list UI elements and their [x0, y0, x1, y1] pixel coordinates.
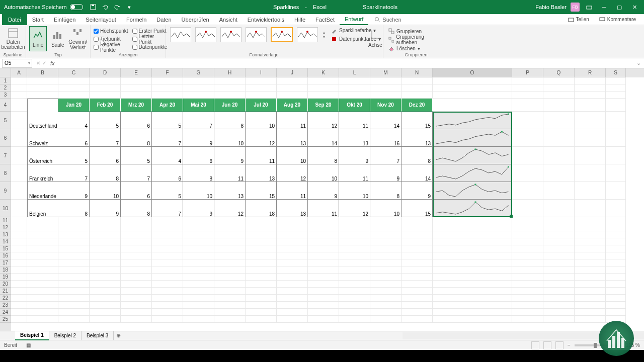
- column-headers[interactable]: ABCDEFGHIJKLMNOPQRS: [11, 68, 644, 77]
- spark-style-3[interactable]: [220, 27, 242, 42]
- tab-help[interactable]: Hilfe: [289, 14, 310, 25]
- data-cell[interactable]: 5: [121, 147, 152, 164]
- expand-formula-icon[interactable]: ⌄: [633, 60, 644, 66]
- chk-high[interactable]: Höchstpunkt: [94, 27, 128, 35]
- data-cell[interactable]: 7: [121, 164, 152, 182]
- data-cell[interactable]: 7: [90, 129, 121, 147]
- comments-button[interactable]: Kommentare: [597, 16, 638, 24]
- col-header-G[interactable]: G: [183, 68, 214, 77]
- data-cell[interactable]: 13: [339, 129, 370, 147]
- tab-factset[interactable]: FactSet: [310, 14, 340, 25]
- data-cell[interactable]: 9: [214, 147, 246, 164]
- row-header-10[interactable]: 10: [0, 200, 11, 217]
- data-cell[interactable]: 4: [152, 147, 183, 164]
- row-header-6[interactable]: 6: [0, 129, 11, 147]
- data-cell[interactable]: 5: [58, 147, 90, 164]
- data-cell[interactable]: 7: [183, 112, 214, 129]
- data-cell[interactable]: 18: [246, 200, 277, 217]
- redo-icon[interactable]: [112, 2, 122, 12]
- data-cell[interactable]: 12: [277, 164, 308, 182]
- row-header-13[interactable]: 13: [0, 231, 11, 238]
- row-header-9[interactable]: 9: [0, 182, 11, 200]
- data-cell[interactable]: 8: [401, 147, 433, 164]
- month-header[interactable]: Apr 20: [152, 99, 183, 112]
- view-normal-icon[interactable]: [531, 341, 539, 349]
- data-cell[interactable]: 11: [214, 164, 246, 182]
- data-cell[interactable]: 11: [308, 200, 339, 217]
- row-header-21[interactable]: 21: [0, 288, 11, 295]
- data-cell[interactable]: 15: [246, 182, 277, 200]
- maximize-icon[interactable]: ▢: [614, 2, 625, 12]
- data-cell[interactable]: 6: [121, 112, 152, 129]
- data-cell[interactable]: 9: [308, 182, 339, 200]
- data-cell[interactable]: 6: [152, 164, 183, 182]
- data-cell[interactable]: 10: [339, 182, 370, 200]
- edit-data-button[interactable]: Daten bearbeiten: [3, 26, 23, 51]
- month-header[interactable]: Feb 20: [90, 99, 121, 112]
- style-gallery-more[interactable]: ▴▾: [323, 30, 325, 39]
- spark-style-2[interactable]: [195, 27, 216, 42]
- undo-icon[interactable]: [100, 2, 110, 12]
- qat-more-icon[interactable]: ▾: [124, 2, 134, 12]
- data-cell[interactable]: 10: [277, 147, 308, 164]
- row-header-7[interactable]: 7: [0, 147, 11, 164]
- data-cell[interactable]: 13: [277, 129, 308, 147]
- data-cell[interactable]: 9: [183, 129, 214, 147]
- spark-style-5[interactable]: [271, 27, 293, 42]
- data-cell[interactable]: 10: [183, 182, 214, 200]
- row-header-16[interactable]: 16: [0, 252, 11, 259]
- data-cell[interactable]: 11: [277, 182, 308, 200]
- row-header-2[interactable]: 2: [0, 84, 11, 92]
- data-cell[interactable]: 6: [58, 129, 90, 147]
- formula-input[interactable]: [58, 59, 633, 68]
- data-cell[interactable]: 5: [152, 112, 183, 129]
- data-cell[interactable]: 4: [58, 112, 90, 129]
- tab-view[interactable]: Ansicht: [214, 14, 243, 25]
- col-header-P[interactable]: P: [512, 68, 543, 77]
- col-header-C[interactable]: C: [58, 68, 90, 77]
- chk-markers[interactable]: Datenpunkte: [132, 43, 168, 51]
- data-cell[interactable]: 8: [121, 129, 152, 147]
- data-cell[interactable]: 9: [183, 200, 214, 217]
- row-header-3[interactable]: 3: [0, 92, 11, 99]
- col-header-A[interactable]: A: [11, 68, 27, 77]
- add-sheet-button[interactable]: ⊕: [114, 331, 123, 340]
- data-cell[interactable]: 9: [401, 182, 433, 200]
- view-page-icon[interactable]: [543, 341, 551, 349]
- row-headers[interactable]: 1234567891011121314151617181920212223242…: [0, 77, 11, 331]
- row-header-12[interactable]: 12: [0, 224, 11, 231]
- axis-button[interactable]: Achse: [365, 26, 385, 51]
- data-cell[interactable]: 8: [214, 112, 246, 129]
- sparkline-line-button[interactable]: Linie: [29, 26, 47, 51]
- sparkline-cell[interactable]: [433, 200, 512, 217]
- chk-neg[interactable]: Negative Punkte: [94, 43, 128, 51]
- select-all-corner[interactable]: [0, 68, 11, 77]
- col-header-D[interactable]: D: [90, 68, 121, 77]
- sheet-tab-2[interactable]: Beispiel 2: [49, 331, 82, 340]
- tab-design[interactable]: Entwurf: [340, 14, 368, 25]
- row-header-17[interactable]: 17: [0, 259, 11, 266]
- sparkline-cell[interactable]: [433, 129, 512, 147]
- row-header-23[interactable]: 23: [0, 302, 11, 309]
- row-header-5[interactable]: 5: [0, 112, 11, 129]
- data-cell[interactable]: 12: [246, 129, 277, 147]
- row-header-11[interactable]: 11: [0, 217, 11, 224]
- tab-start[interactable]: Start: [27, 14, 49, 25]
- country-label[interactable]: Niederlande: [27, 182, 58, 200]
- data-cell[interactable]: 5: [90, 112, 121, 129]
- col-header-Q[interactable]: Q: [543, 68, 575, 77]
- col-header-F[interactable]: F: [152, 68, 183, 77]
- row-header-1[interactable]: 1: [0, 77, 11, 84]
- data-cell[interactable]: 8: [370, 182, 401, 200]
- data-cell[interactable]: 11: [246, 147, 277, 164]
- month-header[interactable]: Dez 20: [401, 99, 433, 112]
- name-box[interactable]: O5: [2, 59, 32, 68]
- toggle-switch[interactable]: [70, 4, 83, 10]
- col-header-M[interactable]: M: [370, 68, 401, 77]
- data-cell[interactable]: 10: [214, 129, 246, 147]
- data-cell[interactable]: 16: [370, 129, 401, 147]
- country-label[interactable]: Belgien: [27, 200, 58, 217]
- grid[interactable]: ABCDEFGHIJKLMNOPQRS 12345678910111213141…: [0, 68, 644, 331]
- col-header-O[interactable]: O: [433, 68, 512, 77]
- data-cell[interactable]: 5: [152, 182, 183, 200]
